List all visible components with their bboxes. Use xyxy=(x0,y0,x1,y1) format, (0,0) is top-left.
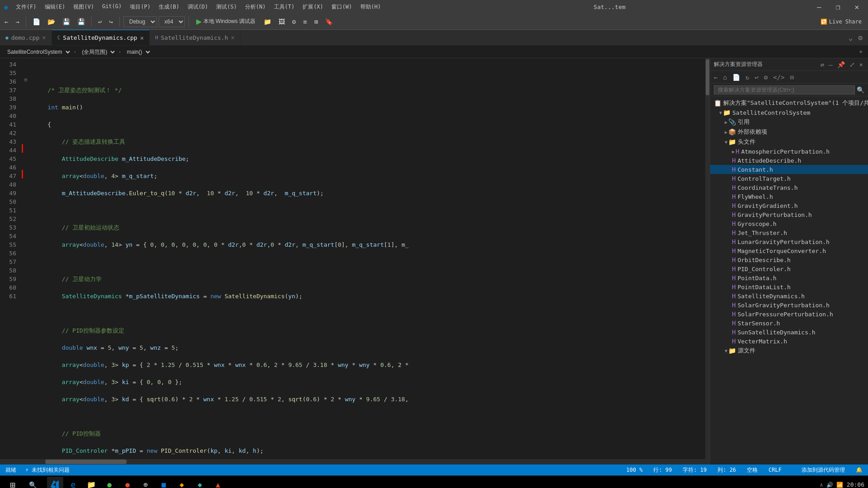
taskbar-app-9[interactable]: ▲ xyxy=(210,477,226,488)
h-scroll-thumb[interactable] xyxy=(45,460,127,464)
code-editor[interactable]: 34 35 36 37 38 39 40 41 42 43 44 45 46 4… xyxy=(0,58,710,465)
se-back-button[interactable]: ← xyxy=(712,73,719,82)
minimize-button[interactable]: — xyxy=(811,2,827,12)
horizontal-scroll[interactable] xyxy=(0,459,710,465)
tree-satellite-dynamics-h[interactable]: H SatelliteDynamics.h xyxy=(710,291,868,300)
tab-settings-button[interactable]: ⚙ xyxy=(856,33,864,43)
back-button[interactable]: ← xyxy=(2,17,11,26)
menu-git[interactable]: Git(G) xyxy=(99,2,125,12)
undo-button[interactable]: ↩ xyxy=(95,17,104,26)
tree-jet-thruster[interactable]: H Jet_Thruster.h xyxy=(710,228,868,237)
redo-button[interactable]: ↪ xyxy=(106,17,115,26)
taskbar-app-6[interactable]: ■ xyxy=(156,477,172,488)
platform-dropdown[interactable]: x64 xyxy=(159,16,185,27)
forward-button[interactable]: → xyxy=(13,17,22,26)
add-breadcrumb-button[interactable]: + xyxy=(857,48,864,55)
taskbar-app-4[interactable]: ● xyxy=(119,477,136,488)
menu-help[interactable]: 帮助(H) xyxy=(357,2,385,12)
menu-analyze[interactable]: 分析(N) xyxy=(241,2,269,12)
status-col[interactable]: 字符: 19 xyxy=(681,466,708,474)
tab-demo-cpp-close[interactable]: × xyxy=(42,34,46,41)
tree-lunar-gravity[interactable]: H LunarGravityPerturbation.h xyxy=(710,237,868,246)
se-maximize-button[interactable]: ⤢ xyxy=(848,61,856,69)
breadcrumb-function-select[interactable]: main() xyxy=(123,47,151,56)
atmospheric-arrow[interactable]: ▶ xyxy=(732,149,735,154)
code-text[interactable]: /* 卫星姿态控制测试！ */ int main() { // 姿态描述及转换工… xyxy=(30,58,705,459)
toolbar-extra-5[interactable]: ⊞ xyxy=(311,17,321,26)
status-position[interactable]: 列: 26 xyxy=(716,466,738,474)
tree-vecter-matrix[interactable]: H VecterMatrix.h xyxy=(710,337,868,346)
tree-constant[interactable]: H Constant.h xyxy=(710,165,868,174)
debug-config-dropdown[interactable]: Debug xyxy=(123,16,157,27)
menu-window[interactable]: 窗口(W) xyxy=(328,2,356,12)
code-area[interactable]: 34 35 36 37 38 39 40 41 42 43 44 45 46 4… xyxy=(0,58,710,459)
tree-gyroscope[interactable]: H Gyroscope.h xyxy=(710,219,868,228)
ext-deps-arrow[interactable]: ▶ xyxy=(725,130,727,135)
se-search-icon[interactable]: 🔍 xyxy=(857,86,864,94)
taskbar-app-7[interactable]: ◆ xyxy=(174,477,190,488)
tree-point-data[interactable]: H PointData.h xyxy=(710,273,868,282)
taskbar-file-explorer[interactable]: 📁 xyxy=(83,477,99,488)
save-all-button[interactable]: 💾 xyxy=(75,17,88,26)
vertical-scrollbar[interactable] xyxy=(705,58,710,459)
tree-solar-gravity[interactable]: H SolarGravityPerturbation.h xyxy=(710,300,868,310)
status-spaces[interactable]: 空格 xyxy=(745,466,760,474)
references-arrow[interactable]: ▶ xyxy=(725,120,727,125)
breadcrumb-project-select[interactable]: SatelliteControlSystem xyxy=(4,47,71,56)
tree-coordinate-trans[interactable]: H CoordinateTrans.h xyxy=(710,183,868,192)
menu-file[interactable]: 文件(F) xyxy=(12,2,40,12)
tree-flywheel[interactable]: H FlyWheel.h xyxy=(710,192,868,201)
tab-satellite-dynamics-h-close[interactable]: × xyxy=(231,34,234,41)
toolbar-extra-1[interactable]: 📁 xyxy=(261,17,274,26)
tree-atmospheric[interactable]: ▶ H AtmosphericPerturbation.h xyxy=(710,147,868,156)
se-new-file-button[interactable]: 📄 xyxy=(731,73,742,82)
se-search-input[interactable] xyxy=(714,85,855,94)
start-button[interactable]: ⊞ xyxy=(4,477,22,488)
menu-tools[interactable]: 工具(T) xyxy=(270,2,298,12)
tree-gravity-perturbation[interactable]: H GravityPerturbation.h xyxy=(710,210,868,219)
toolbar-extra-3[interactable]: ⚙ xyxy=(289,17,298,26)
maximize-button[interactable]: ❐ xyxy=(830,2,846,12)
source-folder-arrow[interactable]: ▼ xyxy=(725,348,727,353)
new-project-button[interactable]: 📄 xyxy=(30,17,43,26)
status-problems[interactable]: ⚡ 未找到相关问题 xyxy=(24,466,71,474)
tree-control-target[interactable]: H ControlTarget.h xyxy=(710,174,868,183)
status-row[interactable]: 行: 99 xyxy=(651,466,674,474)
se-filter-button[interactable]: ⚙ xyxy=(762,73,769,82)
taskbar-app-3[interactable]: ● xyxy=(101,477,118,488)
tree-magnetic-torque[interactable]: H MagneticTorqueConverter.h xyxy=(710,246,868,255)
status-zoom[interactable]: 100 % xyxy=(624,467,644,473)
se-pin-button[interactable]: 📌 xyxy=(836,61,846,69)
save-button[interactable]: 💾 xyxy=(60,17,73,26)
menu-edit[interactable]: 编辑(E) xyxy=(41,2,69,12)
status-notification-icon[interactable]: 🔔 xyxy=(854,467,864,473)
tab-demo-cpp[interactable]: ● demo.cpp × xyxy=(0,30,52,45)
header-folder-arrow[interactable]: ▼ xyxy=(725,140,727,145)
tree-orbit-describe[interactable]: H OrbitDescribe.h xyxy=(710,255,868,264)
tab-satellite-dynamics-cpp[interactable]: C SatelliteDynamics.cpp × xyxy=(52,30,150,45)
se-code-button[interactable]: </> xyxy=(771,73,786,82)
status-add-source[interactable]: 添加到源代码管理 xyxy=(800,466,847,474)
se-sync-button[interactable]: ⇄ xyxy=(819,61,826,69)
toolbar-extra-6[interactable]: 🔖 xyxy=(322,17,335,26)
run-button[interactable]: ▶ 本地 Windows 调试器 xyxy=(193,16,259,27)
tree-source-folder[interactable]: ▼ 📁 源文件 xyxy=(710,346,868,356)
toolbar-extra-2[interactable]: 🖼 xyxy=(276,17,288,26)
tree-gravity-gradient[interactable]: H GravityGradient.h xyxy=(710,201,868,210)
tree-project[interactable]: ▼ 📁 SatelliteControlSystem xyxy=(710,108,868,117)
tab-list-button[interactable]: ⌄ xyxy=(847,33,855,43)
breadcrumb-scope-select[interactable]: (全局范围) xyxy=(78,47,116,56)
toolbar-extra-4[interactable]: ≡ xyxy=(301,17,310,26)
se-collapse-button[interactable]: — xyxy=(827,61,834,69)
close-button[interactable]: ✕ xyxy=(849,2,864,12)
se-undo-button[interactable]: ↩ xyxy=(753,73,760,82)
se-close-button[interactable]: × xyxy=(858,61,864,69)
se-refresh-button[interactable]: ↻ xyxy=(744,73,751,82)
menu-project[interactable]: 项目(P) xyxy=(126,2,154,12)
tree-sun-satellite[interactable]: H SunSatelliteDynamics.h xyxy=(710,328,868,337)
taskbar-vs-icon[interactable] xyxy=(47,477,63,488)
taskbar-app-8[interactable]: ◆ xyxy=(192,477,208,488)
search-button[interactable]: 🔍 xyxy=(24,477,42,488)
live-share-button[interactable]: 🔁 Live Share xyxy=(816,18,866,26)
tree-references[interactable]: ▶ 📎 引用 xyxy=(710,117,868,127)
